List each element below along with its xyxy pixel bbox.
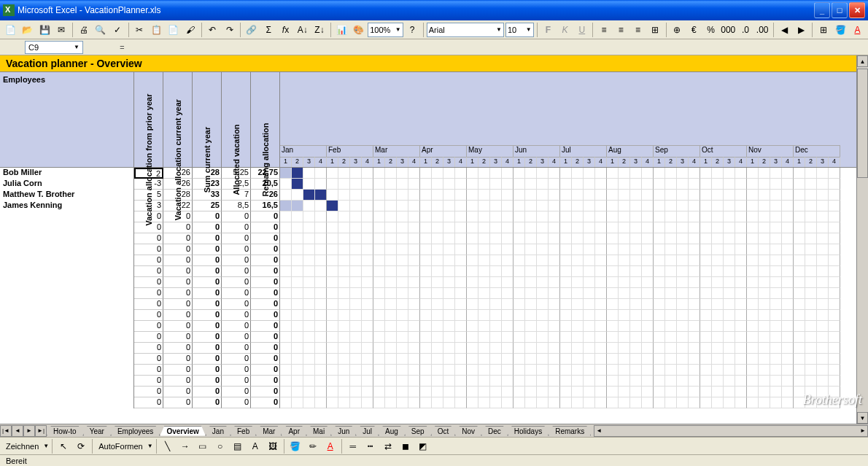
calendar-cell[interactable] [572, 376, 584, 387]
calendar-cell[interactable] [292, 233, 303, 244]
data-cell[interactable]: 0 [134, 288, 163, 299]
data-cell[interactable]: 0 [193, 365, 222, 376]
calendar-cell[interactable] [759, 266, 770, 277]
calendar-cell[interactable] [397, 277, 408, 288]
calendar-cell[interactable] [467, 299, 478, 310]
calendar-cell[interactable] [350, 376, 362, 387]
calendar-cell[interactable] [829, 343, 840, 354]
data-cell[interactable]: 0 [163, 376, 193, 387]
calendar-cell[interactable] [280, 365, 292, 376]
calendar-cell[interactable] [630, 299, 642, 310]
rectangle-icon[interactable]: ▭ [195, 438, 211, 454]
calendar-cell[interactable] [525, 222, 537, 233]
calendar-cell[interactable] [432, 310, 443, 321]
calendar-cell[interactable] [817, 233, 829, 244]
wordart-icon[interactable]: A [247, 438, 263, 454]
calendar-cell[interactable] [654, 343, 665, 354]
calendar-cell[interactable] [712, 310, 724, 321]
calendar-cell[interactable] [724, 332, 735, 343]
calendar-cell[interactable] [514, 190, 525, 201]
data-cell[interactable]: 0 [222, 387, 251, 397]
calendar-cell[interactable] [502, 332, 514, 343]
calendar-cell[interactable] [537, 222, 549, 233]
calendar-cell[interactable] [467, 255, 478, 266]
font-size-dropdown[interactable]: 10▼ [505, 23, 534, 37]
calendar-cell[interactable] [572, 255, 584, 266]
calendar-cell[interactable] [572, 201, 584, 211]
calendar-cell[interactable] [338, 310, 350, 321]
calendar-cell[interactable] [537, 365, 549, 376]
data-cell[interactable]: 0 [134, 387, 163, 397]
data-cell[interactable]: 0 [193, 222, 222, 233]
calendar-cell[interactable] [338, 354, 350, 365]
data-cell[interactable]: 0 [193, 343, 222, 354]
calendar-cell[interactable] [817, 255, 829, 266]
calendar-cell[interactable] [467, 332, 478, 343]
calendar-cell[interactable] [455, 244, 467, 255]
calendar-cell[interactable] [665, 255, 677, 266]
calendar-cell[interactable] [759, 310, 770, 321]
calendar-cell[interactable] [397, 365, 408, 376]
calendar-cell[interactable] [280, 201, 292, 211]
calendar-cell[interactable] [584, 211, 595, 222]
calendar-cell[interactable] [490, 299, 502, 310]
calendar-cell[interactable] [747, 321, 759, 332]
data-cell[interactable]: 0 [193, 266, 222, 277]
data-cell[interactable]: 0 [222, 354, 251, 365]
close-button[interactable]: ✕ [849, 2, 865, 18]
calendar-cell[interactable] [770, 201, 782, 211]
table-row[interactable]: 00000 [0, 288, 868, 299]
calendar-cell[interactable] [794, 179, 805, 190]
calendar-cell[interactable] [560, 365, 572, 376]
data-cell[interactable]: 0 [163, 244, 193, 255]
calendar-cell[interactable] [770, 211, 782, 222]
calendar-cell[interactable] [280, 179, 292, 190]
calendar-cell[interactable] [770, 222, 782, 233]
calendar-cell[interactable] [490, 168, 502, 179]
calendar-cell[interactable] [642, 387, 654, 397]
calendar-cell[interactable] [467, 168, 478, 179]
calendar-cell[interactable] [584, 343, 595, 354]
calendar-cell[interactable] [490, 354, 502, 365]
calendar-cell[interactable] [700, 365, 712, 376]
calendar-cell[interactable] [362, 168, 373, 179]
calendar-cell[interactable] [478, 201, 490, 211]
calendar-cell[interactable] [759, 365, 770, 376]
calendar-cell[interactable] [829, 354, 840, 365]
calendar-cell[interactable] [514, 387, 525, 397]
calendar-cell[interactable] [420, 397, 432, 408]
calendar-cell[interactable] [735, 397, 747, 408]
calendar-cell[interactable] [514, 397, 525, 408]
calendar-cell[interactable] [443, 211, 455, 222]
calendar-cell[interactable] [362, 310, 373, 321]
calendar-cell[interactable] [689, 277, 700, 288]
calendar-cell[interactable] [338, 387, 350, 397]
calendar-cell[interactable] [385, 222, 397, 233]
calendar-cell[interactable] [420, 277, 432, 288]
fill-color-icon[interactable]: 🪣 [833, 22, 848, 38]
calendar-cell[interactable] [490, 321, 502, 332]
calendar-cell[interactable] [362, 332, 373, 343]
data-cell[interactable]: 0 [134, 343, 163, 354]
calendar-cell[interactable] [677, 233, 689, 244]
calendar-cell[interactable] [630, 365, 642, 376]
calendar-cell[interactable] [443, 201, 455, 211]
calendar-cell[interactable] [514, 321, 525, 332]
calendar-cell[interactable] [677, 190, 689, 201]
calendar-cell[interactable] [584, 233, 595, 244]
tab-nav-next[interactable]: ► [23, 425, 35, 437]
calendar-cell[interactable] [700, 277, 712, 288]
calendar-cell[interactable] [560, 211, 572, 222]
calendar-cell[interactable] [759, 255, 770, 266]
select-objects-icon[interactable]: ↖ [55, 438, 71, 454]
table-row[interactable]: Julia Corn-326232,520,5 [0, 179, 868, 190]
calendar-cell[interactable] [350, 321, 362, 332]
calendar-cell[interactable] [560, 321, 572, 332]
calendar-cell[interactable] [549, 365, 560, 376]
calendar-cell[interactable] [805, 310, 817, 321]
calendar-cell[interactable] [642, 255, 654, 266]
calendar-cell[interactable] [829, 299, 840, 310]
calendar-cell[interactable] [665, 387, 677, 397]
calendar-cell[interactable] [805, 233, 817, 244]
calendar-cell[interactable] [829, 277, 840, 288]
